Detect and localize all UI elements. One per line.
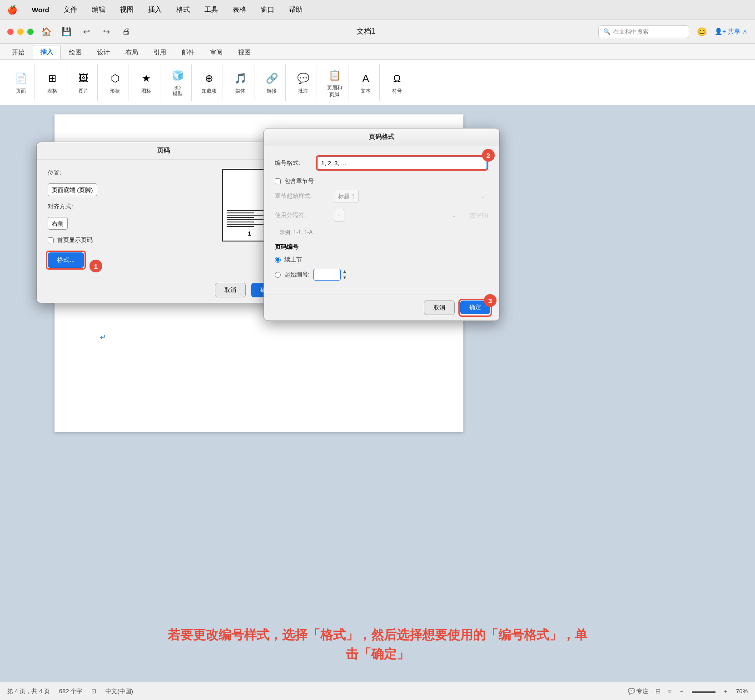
start-radio[interactable] xyxy=(275,272,281,278)
align-select[interactable]: 右侧 xyxy=(48,217,68,230)
ribbon-text-icon[interactable]: A 文本 xyxy=(358,70,374,94)
ribbon-3d-icon[interactable]: 🧊 3D模型 xyxy=(169,68,186,97)
language: 中文(中国) xyxy=(105,687,133,695)
share-button[interactable]: 👤+ 共享 ∧ xyxy=(715,28,748,36)
ribbon-page-icon[interactable]: 📄 页面 xyxy=(13,70,29,94)
document-area: 选择 应 运行 ual 程序。如果您是首次使用 Mac， 整个屏幕，就像是在使用… xyxy=(0,105,755,682)
pageno-cancel-button[interactable]: 取消 xyxy=(215,283,246,297)
tab-view[interactable]: 视图 xyxy=(231,46,258,59)
tab-mail[interactable]: 邮件 xyxy=(174,46,202,59)
start-value-input[interactable] xyxy=(313,269,341,281)
table-label: 表格 xyxy=(47,88,57,94)
continue-radio-row: 续上节 xyxy=(275,256,488,264)
icon-icon: ★ xyxy=(138,70,154,87)
ribbon-group-comment: 💬 批注 xyxy=(289,64,317,101)
search-placeholder: 在文档中搜索 xyxy=(613,28,649,36)
menubar-tools[interactable]: 工具 xyxy=(202,5,221,15)
page-icon: 📄 xyxy=(13,70,29,87)
numbering-select[interactable]: 1, 2, 3, … xyxy=(317,157,487,169)
page-numbering-section-label: 页码编号 xyxy=(275,243,488,251)
menubar-file[interactable]: 文件 xyxy=(61,5,80,15)
tab-review[interactable]: 审阅 xyxy=(203,46,230,59)
ribbon-media-icon[interactable]: 🎵 媒体 xyxy=(232,70,248,94)
addon-label: 加载项 xyxy=(202,88,217,94)
pagefmt-cancel-button[interactable]: 取消 xyxy=(424,301,455,315)
example-label: 示例: 1-1, 1-A xyxy=(279,229,313,236)
ribbon-shape-icon[interactable]: ⬡ 形状 xyxy=(107,70,123,94)
numbering-select-highlight: 1, 2, 3, … xyxy=(316,155,488,171)
annotation-icon[interactable]: 💬 专注 xyxy=(628,687,649,695)
menubar-view[interactable]: 视图 xyxy=(117,5,136,15)
numbering-select-wrapper: 1, 2, 3, … xyxy=(316,155,488,171)
zoom-bar: ▬▬▬▬ xyxy=(692,688,715,695)
separator-select: - xyxy=(334,209,344,222)
minimize-button[interactable] xyxy=(17,29,24,35)
position-select[interactable]: 页面底端 (页脚) xyxy=(48,183,97,196)
badge-2: 2 xyxy=(482,149,495,162)
align-label: 对齐方式: xyxy=(48,202,84,211)
menubar-help[interactable]: 帮助 xyxy=(286,5,305,15)
menubar-insert[interactable]: 插入 xyxy=(145,5,164,15)
ribbon-table-icon[interactable]: ⊞ 表格 xyxy=(44,70,60,94)
save-btn[interactable]: 💾 xyxy=(59,25,74,39)
tab-draw[interactable]: 绘图 xyxy=(62,46,89,59)
close-button[interactable] xyxy=(7,29,14,35)
tab-ref[interactable]: 引用 xyxy=(146,46,174,59)
show-firstpage-checkbox[interactable] xyxy=(48,237,54,243)
redo-btn[interactable]: ↪ xyxy=(99,25,114,39)
undo-btn[interactable]: ↩ xyxy=(79,25,94,39)
stepper-down-arrow[interactable]: ▼ xyxy=(343,275,347,281)
shape-label: 形状 xyxy=(110,88,120,94)
continue-radio[interactable] xyxy=(275,257,281,263)
tab-start[interactable]: 开始 xyxy=(5,46,32,59)
maximize-button[interactable] xyxy=(27,29,34,35)
zoom-in-icon[interactable]: ＋ xyxy=(723,687,729,695)
include-chapter-checkbox[interactable] xyxy=(275,178,281,184)
tab-design[interactable]: 设计 xyxy=(90,46,117,59)
account-icon[interactable]: 😊 xyxy=(695,25,709,39)
menubar-edit[interactable]: 编辑 xyxy=(89,5,108,15)
print-btn[interactable]: 🖨 xyxy=(119,25,134,39)
ribbon-comment-icon[interactable]: 💬 批注 xyxy=(295,70,311,94)
menubar-table[interactable]: 表格 xyxy=(230,5,249,15)
tab-insert[interactable]: 插入 xyxy=(33,45,61,59)
comment-icon: 💬 xyxy=(295,70,311,87)
image-icon: 🖼 xyxy=(75,70,92,87)
dialog-pagefmt-buttons: 取消 确定 3 xyxy=(264,295,499,320)
ribbon-group-header: 📋 页眉和页脚 xyxy=(321,64,348,101)
link-label: 链接 xyxy=(267,88,277,94)
home-btn[interactable]: 🏠 xyxy=(39,25,54,39)
menubar-format[interactable]: 格式 xyxy=(174,5,193,15)
icon-label: 图标 xyxy=(141,88,151,94)
ribbon-addon-icon[interactable]: ⊕ 加载项 xyxy=(201,70,217,94)
dialog-pagefmt-title: 页码格式 xyxy=(264,128,499,146)
stepper-up-arrow[interactable]: ▲ xyxy=(343,268,347,275)
apple-menu[interactable]: 🍎 xyxy=(7,5,17,15)
tab-layout[interactable]: 布局 xyxy=(118,46,145,59)
ribbon-link-icon[interactable]: 🔗 链接 xyxy=(263,70,280,94)
badge-1: 1 xyxy=(89,260,102,272)
ribbon-group-page: 📄 页面 xyxy=(7,64,35,101)
3d-icon: 🧊 xyxy=(169,68,186,84)
dialog-pageno-title: 页码 xyxy=(37,142,290,160)
watermark: ↵ xyxy=(100,333,106,341)
symbol-label: 符号 xyxy=(392,88,402,94)
ribbon-symbol-icon[interactable]: Ω 符号 xyxy=(389,70,405,94)
separator-hint: (连字符) xyxy=(468,212,488,219)
outline-icon: ≡ xyxy=(668,688,671,695)
start-label: 起始编号: xyxy=(284,271,310,279)
numbering-label: 编号格式: xyxy=(275,159,311,167)
search-bar[interactable]: 🔍 在文档中搜索 xyxy=(598,25,689,38)
menubar-window[interactable]: 窗口 xyxy=(258,5,277,15)
ribbon-image-icon[interactable]: 🖼 图片 xyxy=(75,70,92,94)
ribbon-icon-icon[interactable]: ★ 图标 xyxy=(138,70,154,94)
ribbon: 📄 页面 ⊞ 表格 🖼 图片 ⬡ 形状 ★ 图标 🧊 3D模型 xyxy=(0,60,755,105)
media-label: 媒体 xyxy=(235,88,245,94)
zoom-out-icon[interactable]: － xyxy=(679,687,685,695)
ribbon-header-icon[interactable]: 📋 页眉和页脚 xyxy=(326,67,343,98)
position-select-row: 页面底端 (页脚) ⌄ xyxy=(48,183,279,196)
format-button[interactable]: 格式... xyxy=(48,252,84,268)
menubar-word[interactable]: Word xyxy=(29,5,52,15)
shape-icon: ⬡ xyxy=(107,70,123,87)
dialog-page-number: 页码 1 位置: xyxy=(36,142,291,303)
